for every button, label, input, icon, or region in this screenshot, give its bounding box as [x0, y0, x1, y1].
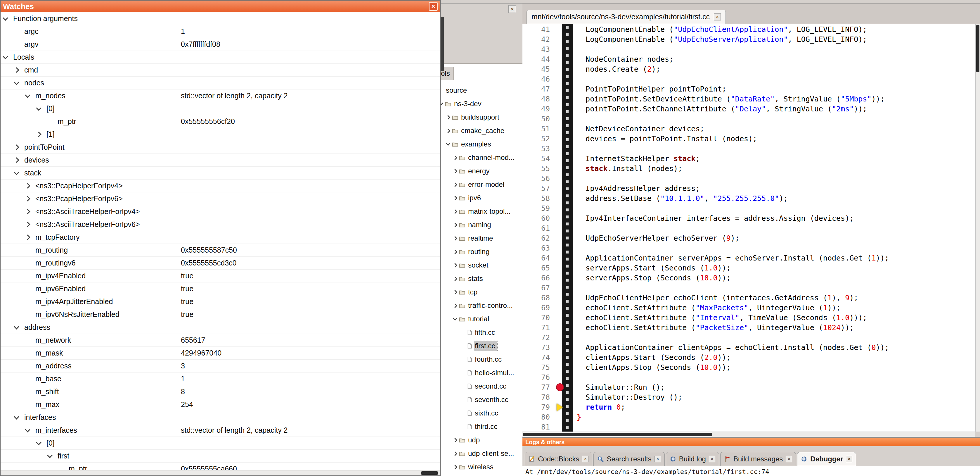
watch-row-m-network[interactable]: m_network655617	[1, 334, 440, 347]
watch-row-m-shift[interactable]: m_shift8	[1, 385, 440, 398]
tree-item-error-model[interactable]: error-model	[439, 178, 522, 191]
chevron-down-icon[interactable]	[36, 105, 41, 110]
watch-row-m-max[interactable]: m_max254	[1, 398, 440, 411]
tree-item-hello-simul[interactable]: hello-simul...	[439, 366, 522, 380]
line-number-gutter[interactable]: 4142434445464748495051525354555657585960…	[522, 24, 552, 431]
chevron-down-icon[interactable]	[14, 324, 19, 329]
close-icon[interactable]: ×	[429, 2, 438, 11]
tree-item-energy[interactable]: energy	[439, 165, 522, 178]
log-tab-code-blocks[interactable]: Code::Blocks×	[525, 452, 592, 466]
close-icon[interactable]: ×	[654, 456, 661, 462]
tree-item-stats[interactable]: stats	[439, 272, 522, 285]
watch-row-m-tcpfactory[interactable]: m_tcpFactory	[1, 231, 440, 244]
breakpoint-margin[interactable]	[562, 24, 573, 431]
watch-row-1[interactable]: [1]	[1, 128, 440, 141]
close-icon[interactable]: ×	[582, 456, 589, 462]
tree-item-cmake-cache[interactable]: cmake_cache	[439, 124, 522, 137]
tree-item-wireless[interactable]: wireless	[439, 460, 522, 474]
tree-item-socket[interactable]: socket	[439, 259, 522, 272]
watch-row-ns3-asciitracehelperforipv6[interactable]: <ns3::AsciiTraceHelperForIpv6>	[1, 218, 440, 231]
watch-row-argv[interactable]: argv0x7fffffffdf08	[1, 38, 440, 51]
watch-row-m-routingv6[interactable]: m_routingv60x5555555cd3c0	[1, 257, 440, 270]
watch-row-m-base[interactable]: m_base1	[1, 372, 440, 385]
tree-item-udp[interactable]: udp	[439, 433, 522, 447]
tree-item-source[interactable]: source	[439, 84, 522, 97]
chevron-down-icon[interactable]	[14, 414, 19, 419]
chevron-down-icon[interactable]	[25, 93, 30, 97]
log-tab-search-results[interactable]: Search results×	[593, 452, 665, 466]
chevron-right-icon[interactable]	[453, 182, 458, 187]
watch-row-m-ipv4enabled[interactable]: m_ipv4Enabledtrue	[1, 270, 440, 283]
chevron-down-icon[interactable]	[47, 453, 52, 458]
close-icon[interactable]: ×	[508, 5, 516, 13]
tree-item-ipv6[interactable]: ipv6	[439, 191, 522, 204]
tree-item-ns-3-dev[interactable]: ns-3-dev	[439, 97, 522, 110]
chevron-right-icon[interactable]	[453, 303, 458, 308]
tree-item-buildsupport[interactable]: buildsupport	[439, 110, 522, 124]
chevron-down-icon[interactable]	[3, 54, 8, 59]
chevron-right-icon[interactable]	[453, 290, 458, 294]
scrollbar-thumb[interactable]	[422, 471, 438, 475]
tree-item-tutorial[interactable]: tutorial	[439, 312, 522, 326]
tree-item-udp-client-se[interactable]: udp-client-se...	[439, 447, 522, 460]
watch-row-stack[interactable]: stack	[1, 167, 440, 179]
code-editor[interactable]: 4142434445464748495051525354555657585960…	[522, 24, 975, 431]
watch-row-locals[interactable]: Locals	[1, 51, 440, 64]
chevron-down-icon[interactable]	[14, 169, 19, 175]
watch-row-interfaces[interactable]: interfaces	[1, 411, 440, 424]
watch-row-argc[interactable]: argc1	[1, 25, 440, 38]
scrollbar-thumb[interactable]	[440, 17, 444, 71]
watch-row-0[interactable]: [0]	[1, 437, 440, 450]
chevron-right-icon[interactable]	[453, 209, 458, 214]
watch-row-cmd[interactable]: cmd	[1, 64, 440, 77]
tree-item-examples[interactable]: examples	[439, 137, 522, 151]
chevron-right-icon[interactable]	[446, 115, 450, 120]
watch-row-ns3-pcaphelperforipv4[interactable]: <ns3::PcapHelperForIpv4>	[1, 179, 440, 192]
watch-row-m-ipv4arpjitterenabled[interactable]: m_ipv4ArpJitterEnabledtrue	[1, 295, 440, 308]
tree-item-realtime[interactable]: realtime	[439, 232, 522, 245]
tree-item-first-cc[interactable]: first.cc	[439, 339, 522, 353]
chevron-down-icon[interactable]	[25, 427, 30, 432]
chevron-right-icon[interactable]	[36, 132, 41, 137]
watch-row-devices[interactable]: devices	[1, 154, 440, 167]
close-icon[interactable]: ×	[846, 456, 852, 462]
chevron-right-icon[interactable]	[14, 144, 19, 150]
log-tab-build-messages[interactable]: Build messages×	[720, 452, 796, 466]
chevron-right-icon[interactable]	[453, 196, 458, 200]
chevron-right-icon[interactable]	[25, 196, 30, 201]
watch-row-m-nodes[interactable]: m_nodesstd::vector of length 2, capacity…	[1, 89, 440, 102]
chevron-right-icon[interactable]	[14, 67, 19, 72]
close-icon[interactable]: ×	[709, 456, 715, 462]
watch-row-m-address[interactable]: m_address3	[1, 359, 440, 372]
editor-tab-first-cc[interactable]: mnt/dev/tools/source/ns-3-dev/examples/t…	[527, 10, 726, 24]
watch-row-first[interactable]: first	[1, 450, 440, 463]
watches-titlebar[interactable]: Watches ×	[1, 1, 440, 12]
chevron-right-icon[interactable]	[25, 222, 30, 227]
watches-horizontal-scrollbar[interactable]	[1, 470, 440, 475]
tree-item-traffic-contro[interactable]: traffic-contro...	[439, 299, 522, 312]
watch-row-ns3-asciitracehelperforipv4[interactable]: <ns3::AsciiTraceHelperForIpv4>	[1, 205, 440, 218]
chevron-down-icon[interactable]	[36, 440, 41, 445]
scrollbar-thumb[interactable]	[976, 25, 979, 72]
editor-vertical-scrollbar[interactable]	[975, 24, 980, 431]
watch-row-address[interactable]: address	[1, 321, 440, 334]
chevron-right-icon[interactable]	[25, 183, 30, 188]
chevron-right-icon[interactable]	[453, 451, 458, 456]
scrollbar-thumb[interactable]	[523, 433, 712, 436]
tree-item-third-cc[interactable]: third.cc	[439, 420, 522, 433]
watch-row-m-ipv6enabled[interactable]: m_ipv6Enabledtrue	[1, 283, 440, 295]
chevron-right-icon[interactable]	[453, 465, 458, 469]
chevron-right-icon[interactable]	[453, 276, 458, 281]
chevron-right-icon[interactable]	[14, 157, 19, 163]
tree-item-fourth-cc[interactable]: fourth.cc	[439, 353, 522, 366]
tree-item-seventh-cc[interactable]: seventh.cc	[439, 393, 522, 406]
tree-item-fifth-cc[interactable]: fifth.cc	[439, 326, 522, 339]
watch-row-m-ipv6nsrsjitterenabled[interactable]: m_ipv6NsRsJitterEnabledtrue	[1, 308, 440, 321]
watch-row-0[interactable]: [0]	[1, 102, 440, 115]
watch-row-nodes[interactable]: nodes	[1, 77, 440, 89]
watch-row-m-mask[interactable]: m_mask4294967040	[1, 347, 440, 359]
tree-item-matrix-topol[interactable]: matrix-topol...	[439, 204, 522, 218]
tree-item-routing[interactable]: routing	[439, 245, 522, 259]
watch-row-m-interfaces[interactable]: m_interfacesstd::vector of length 2, cap…	[1, 424, 440, 437]
chevron-right-icon[interactable]	[25, 235, 30, 240]
